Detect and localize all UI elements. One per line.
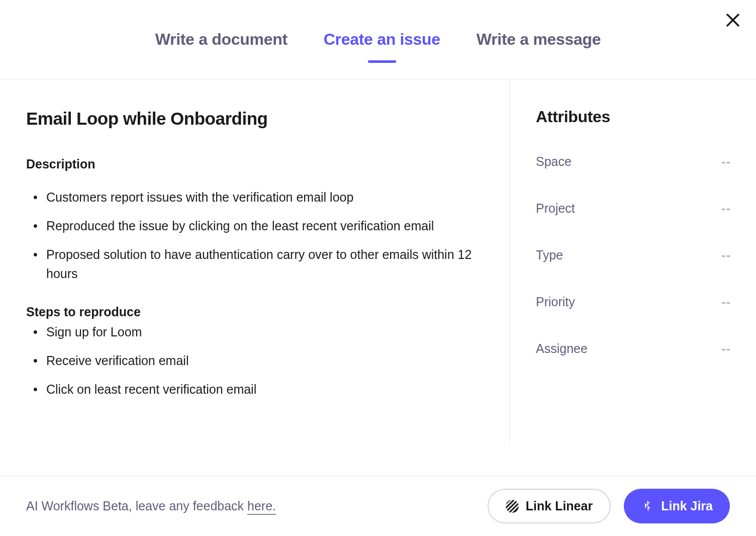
link-linear-label: Link Linear [526,499,593,513]
attribute-value: -- [721,201,731,216]
tab-create-issue[interactable]: Create an issue [324,30,440,49]
attributes-title: Attributes [536,108,731,126]
attribute-label: Project [536,201,575,216]
link-jira-label: Link Jira [661,499,713,513]
modal-header: Write a document Create an issue Write a… [0,0,756,79]
linear-icon [506,500,519,513]
feedback-link[interactable]: here. [247,499,276,515]
footer-buttons: Link Linear Link Jira [488,489,730,523]
attribute-label: Type [536,248,563,262]
list-item[interactable]: Click on least recent verification email [33,380,479,399]
description-heading: Description [26,157,479,171]
list-item[interactable]: Reproduced the issue by clicking on the … [33,216,479,236]
link-jira-button[interactable]: Link Jira [624,489,730,523]
attribute-row-space[interactable]: Space -- [536,154,731,169]
attribute-row-priority[interactable]: Priority -- [536,295,731,309]
attribute-row-assignee[interactable]: Assignee -- [536,341,731,356]
attribute-row-type[interactable]: Type -- [536,248,731,262]
attribute-value: -- [721,341,731,356]
issue-main: Email Loop while Onboarding Description … [0,79,510,444]
tab-write-message[interactable]: Write a message [477,30,601,49]
steps-heading: Steps to reproduce [26,305,479,319]
attribute-label: Priority [536,295,575,309]
attribute-value: -- [721,295,731,309]
list-item[interactable]: Sign up for Loom [33,322,479,342]
content-area: Email Loop while Onboarding Description … [0,79,756,444]
close-icon [726,14,739,27]
modal-footer: AI Workflows Beta, leave any feedback he… [0,476,756,536]
description-list: Customers report issues with the verific… [26,188,479,284]
tab-bar: Write a document Create an issue Write a… [155,30,601,49]
attribute-row-project[interactable]: Project -- [536,201,731,216]
list-item[interactable]: Proposed solution to have authentication… [33,245,479,284]
attributes-sidebar: Attributes Space -- Project -- Type -- P… [510,79,756,444]
attribute-value: -- [721,154,731,169]
tab-write-document[interactable]: Write a document [155,30,288,49]
link-linear-button[interactable]: Link Linear [488,489,611,523]
list-item[interactable]: Customers report issues with the verific… [33,188,479,207]
jira-icon [641,500,654,513]
attribute-value: -- [721,248,731,262]
close-button[interactable] [724,11,742,29]
list-item[interactable]: Receive verification email [33,351,479,371]
footer-feedback-text: AI Workflows Beta, leave any feedback he… [26,499,276,513]
attribute-label: Space [536,154,572,169]
steps-list: Sign up for Loom Receive verification em… [26,322,479,399]
issue-title[interactable]: Email Loop while Onboarding [26,109,479,129]
attribute-label: Assignee [536,341,588,356]
